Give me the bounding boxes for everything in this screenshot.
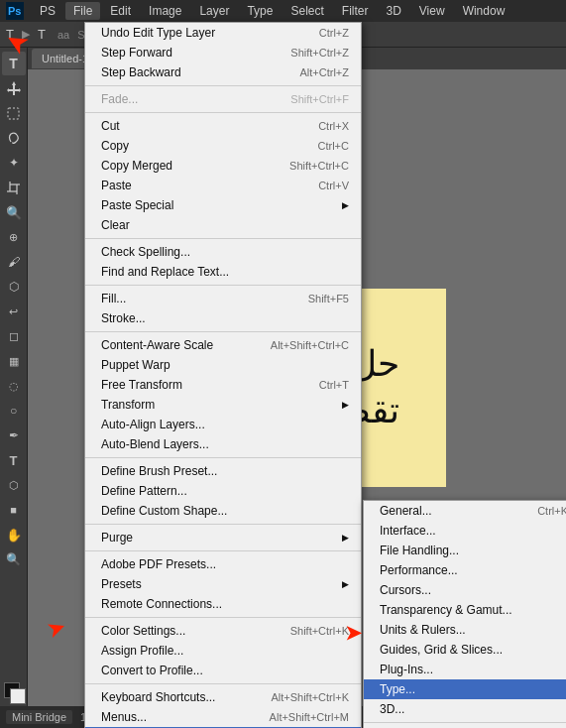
- menu-layer[interactable]: Image: [141, 2, 189, 20]
- tool-brush[interactable]: 🖌: [2, 250, 26, 274]
- separator-9: [85, 617, 361, 618]
- prefs-performance[interactable]: Performance...: [364, 560, 566, 580]
- preferences-submenu: General... Ctrl+K Interface... File Hand…: [363, 500, 566, 728]
- menu-fill[interactable]: Fill... Shift+F5: [85, 289, 361, 308]
- separator-1: [85, 85, 361, 86]
- tool-pen[interactable]: ✒: [2, 424, 26, 447]
- menu-define-brush[interactable]: Define Brush Preset...: [85, 461, 361, 481]
- menu-copy[interactable]: Copy Ctrl+C: [85, 136, 361, 156]
- menu-puppet-warp[interactable]: Puppet Warp: [85, 355, 361, 375]
- separator-7: [85, 524, 361, 525]
- menu-window[interactable]: View: [411, 2, 453, 20]
- tool-path-select[interactable]: ⬡: [2, 473, 26, 497]
- svg-text:Ps: Ps: [8, 5, 21, 17]
- menu-paste[interactable]: Paste Ctrl+V: [85, 176, 361, 195]
- menu-check-spelling[interactable]: Check Spelling...: [85, 242, 361, 262]
- tool-eyedropper[interactable]: 🔍: [2, 200, 26, 224]
- menu-remote[interactable]: Remote Connections...: [85, 594, 361, 614]
- menu-file[interactable]: PS: [32, 2, 63, 20]
- menu-edit[interactable]: File: [65, 2, 100, 20]
- prefs-units[interactable]: Units & Rulers...: [364, 620, 566, 640]
- tool-dodge[interactable]: ○: [2, 399, 26, 423]
- menu-bar: Ps PS File Edit Image Layer Type Select …: [0, 0, 566, 22]
- tool-gradient[interactable]: ▦: [2, 349, 26, 373]
- tool-crop[interactable]: [2, 176, 26, 199]
- menu-convert-profile[interactable]: Convert to Profile...: [85, 661, 361, 680]
- tool-selection[interactable]: [2, 101, 26, 125]
- menu-copy-merged[interactable]: Copy Merged Shift+Ctrl+C: [85, 156, 361, 176]
- menu-presets[interactable]: Presets: [85, 574, 361, 594]
- menu-keyboard[interactable]: Keyboard Shortcuts... Alt+Shift+Ctrl+K: [85, 687, 361, 707]
- menu-step-forward[interactable]: Step Forward Shift+Ctrl+Z: [85, 43, 361, 62]
- prefs-general[interactable]: General... Ctrl+K: [364, 501, 566, 521]
- menu-filter[interactable]: Select: [283, 2, 331, 20]
- tool-stamp[interactable]: ⬡: [2, 275, 26, 299]
- separator-6: [85, 457, 361, 458]
- menu-purge[interactable]: Purge: [85, 528, 361, 547]
- separator-8: [85, 550, 361, 551]
- prefs-plugins[interactable]: Plug-Ins...: [364, 660, 566, 679]
- prefs-separator: [364, 722, 566, 723]
- svg-marker-2: [7, 81, 21, 95]
- menu-select[interactable]: Type: [239, 2, 281, 20]
- prefs-3d[interactable]: 3D...: [364, 699, 566, 719]
- menu-paste-special[interactable]: Paste Special: [85, 195, 361, 215]
- ps-logo: Ps: [4, 0, 26, 22]
- tool-eraser[interactable]: ◻: [2, 324, 26, 348]
- tool-blur[interactable]: ◌: [2, 374, 26, 398]
- edit-menu: Undo Edit Type Layer Ctrl+Z Step Forward…: [84, 22, 362, 728]
- tool-magic-wand[interactable]: ✦: [2, 151, 26, 175]
- mini-bridge-button[interactable]: Mini Bridge: [6, 710, 72, 724]
- menu-assign-profile[interactable]: Assign Profile...: [85, 641, 361, 661]
- separator-2: [85, 112, 361, 113]
- tool-shape[interactable]: ■: [2, 498, 26, 522]
- prefs-file-handling[interactable]: File Handling...: [364, 541, 566, 560]
- separator-10: [85, 683, 361, 684]
- menu-menus[interactable]: Menus... Alt+Shift+Ctrl+M: [85, 707, 361, 727]
- menu-undo[interactable]: Undo Edit Type Layer Ctrl+Z: [85, 23, 361, 43]
- tool-lasso[interactable]: [2, 126, 26, 150]
- menu-clear[interactable]: Clear: [85, 215, 361, 235]
- menu-view[interactable]: 3D: [378, 2, 408, 20]
- menu-define-shape[interactable]: Define Custom Shape...: [85, 501, 361, 521]
- menu-type[interactable]: Layer: [191, 2, 237, 20]
- svg-rect-3: [8, 108, 19, 119]
- separator-5: [85, 331, 361, 332]
- menu-image[interactable]: Edit: [102, 2, 139, 20]
- prefs-transparency[interactable]: Transparency & Gamut...: [364, 600, 566, 620]
- tool-healing[interactable]: ⊕: [2, 225, 26, 249]
- tool-move[interactable]: [2, 76, 26, 100]
- menu-free-transform[interactable]: Free Transform Ctrl+T: [85, 375, 361, 395]
- menu-fade[interactable]: Fade... Shift+Ctrl+F: [85, 89, 361, 109]
- background-color[interactable]: [10, 688, 26, 704]
- menu-auto-align[interactable]: Auto-Align Layers...: [85, 415, 361, 434]
- prefs-guides[interactable]: Guides, Grid & Slices...: [364, 640, 566, 660]
- tool-history-brush[interactable]: ↩: [2, 300, 26, 323]
- tool-zoom[interactable]: 🔍: [2, 547, 26, 571]
- prefs-interface[interactable]: Interface...: [364, 521, 566, 541]
- separator-3: [85, 238, 361, 239]
- menu-stroke[interactable]: Stroke...: [85, 308, 361, 328]
- menu-content-aware-scale[interactable]: Content-Aware Scale Alt+Shift+Ctrl+C: [85, 335, 361, 355]
- menu-pdf-presets[interactable]: Adobe PDF Presets...: [85, 554, 361, 574]
- prefs-type[interactable]: Type...: [364, 679, 566, 699]
- menu-auto-blend[interactable]: Auto-Blend Layers...: [85, 434, 361, 454]
- menu-color-settings[interactable]: Color Settings... Shift+Ctrl+K: [85, 621, 361, 641]
- left-toolbar: T ✦ 🔍 ⊕ 🖌 ⬡ ↩ ◻ ▦ ◌ ○ ✒ T ⬡ ■ ✋ 🔍: [0, 48, 28, 706]
- menu-cut[interactable]: Cut Ctrl+X: [85, 116, 361, 136]
- menu-step-backward[interactable]: Step Backward Alt+Ctrl+Z: [85, 62, 361, 82]
- menu-define-pattern[interactable]: Define Pattern...: [85, 481, 361, 501]
- red-arrow-type: ➤: [345, 621, 362, 645]
- prefs-cursors[interactable]: Cursors...: [364, 580, 566, 600]
- menu-3d[interactable]: Filter: [334, 2, 377, 20]
- menu-transform[interactable]: Transform: [85, 395, 361, 415]
- tool-type2[interactable]: T: [2, 448, 26, 472]
- separator-4: [85, 285, 361, 286]
- tool-hand[interactable]: ✋: [2, 523, 26, 546]
- menu-find-replace[interactable]: Find and Replace Text...: [85, 262, 361, 282]
- menu-help[interactable]: Window: [455, 2, 513, 20]
